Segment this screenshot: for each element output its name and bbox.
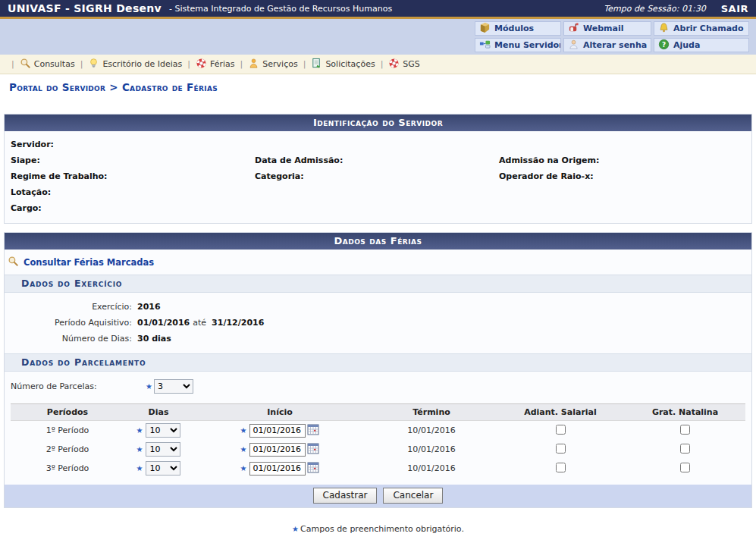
identification-section: Identificação do Servidor Servidor: Siap… bbox=[4, 114, 752, 224]
required-note: ★Campos de preenchimento obrigatório. bbox=[0, 524, 756, 534]
periodo-aquisitivo-end: 31/12/2016 bbox=[212, 318, 264, 328]
breadcrumb: Portal do Servidor > Cadastro de Férias bbox=[9, 81, 218, 93]
periodo-aquisitivo-label: Período Aquisitivo: bbox=[5, 318, 135, 328]
menu-servidor-icon bbox=[479, 39, 491, 52]
menu-item-sgs[interactable]: SGS bbox=[388, 58, 420, 71]
col-dias: Dias bbox=[124, 407, 193, 417]
menu-item-consultas[interactable]: Consultas bbox=[20, 58, 75, 71]
lightbulb-icon bbox=[88, 58, 99, 71]
periodo-aquisitivo-row: Período Aquisitivo: 01/01/2016 até 31/12… bbox=[5, 315, 751, 331]
session-timer: Tempo de Sessão: 01:30 bbox=[604, 4, 705, 14]
categoria-label: Categoria: bbox=[255, 171, 499, 181]
search-icon bbox=[8, 256, 19, 269]
inicio-input-1[interactable] bbox=[249, 424, 306, 438]
parcelamento-subheader: Dados do Parcelamento bbox=[5, 353, 751, 372]
identification-row: Regime de Trabalho: Categoria: Operador … bbox=[11, 168, 745, 184]
identification-row: Siape: Data de Admissão: Admissão na Ori… bbox=[11, 152, 745, 168]
required-star: ★ bbox=[240, 445, 247, 454]
grat-natalina-checkbox-1[interactable] bbox=[680, 425, 690, 435]
required-note-text: Campos de preenchimento obrigatório. bbox=[300, 524, 464, 534]
grat-natalina-checkbox-2[interactable] bbox=[680, 444, 690, 454]
dias-select-3[interactable]: 10 bbox=[146, 461, 180, 476]
identification-row: Cargo: bbox=[11, 200, 745, 216]
exercicio-subheader: Dados do Exercício bbox=[5, 275, 751, 293]
exercicio-fields: Exercício: 2016 Período Aquisitivo: 01/0… bbox=[5, 293, 751, 353]
lotacao-label: Lotação: bbox=[11, 187, 255, 197]
identification-row: Lotação: bbox=[11, 184, 745, 200]
identification-row: Servidor: bbox=[11, 137, 745, 152]
dias-select-2[interactable]: 10 bbox=[146, 442, 180, 457]
mailbox-icon bbox=[568, 22, 579, 36]
required-star: ★ bbox=[146, 382, 152, 391]
abrir-chamado-button[interactable]: Abrir Chamado bbox=[654, 21, 749, 36]
consult-ferias-link[interactable]: Consultar Férias Marcadas bbox=[24, 257, 154, 268]
webmail-button[interactable]: Webmail bbox=[563, 21, 651, 36]
cancelar-button[interactable]: Cancelar bbox=[383, 488, 443, 504]
abrir-chamado-label: Abrir Chamado bbox=[673, 24, 743, 33]
menu-escritorio-label: Escritório de Ideias bbox=[102, 59, 182, 69]
webmail-label: Webmail bbox=[583, 24, 624, 33]
menu-separator: | bbox=[240, 59, 243, 69]
actions-bar: Cadastrar Cancelar bbox=[5, 485, 751, 507]
table-row: 2º Período ★ 10 ★ 10/01/2016 bbox=[11, 440, 745, 459]
calendar-icon[interactable] bbox=[307, 424, 319, 438]
periods-table: Períodos Dias Início Término Adiant. Sal… bbox=[11, 403, 745, 478]
menu-item-servicos[interactable]: Serviços bbox=[248, 58, 297, 71]
calendar-icon[interactable] bbox=[307, 462, 319, 476]
modulos-button[interactable]: Módulos bbox=[475, 21, 561, 36]
menu-item-ferias[interactable]: Férias bbox=[196, 58, 235, 71]
col-inicio: Início bbox=[193, 407, 367, 417]
app-title: UNIVASF - SIGRH Desenv bbox=[8, 2, 162, 14]
adiant-salarial-checkbox-3[interactable] bbox=[556, 463, 566, 472]
numero-dias-label: Número de Dias: bbox=[5, 334, 135, 344]
cube-icon bbox=[479, 22, 491, 36]
menu-separator: | bbox=[80, 59, 83, 69]
top-bar: UNIVASF - SIGRH Desenv - Sistema Integra… bbox=[0, 0, 756, 17]
exercicio-value: 2016 bbox=[137, 302, 161, 312]
ajuda-button[interactable]: ? Ajuda bbox=[654, 38, 749, 52]
col-periodos: Períodos bbox=[11, 407, 124, 417]
svg-text:?: ? bbox=[662, 40, 666, 48]
calendar-icon[interactable] bbox=[307, 443, 319, 457]
inicio-input-3[interactable] bbox=[249, 462, 306, 476]
toolbar-button-grid: Módulos Webmail Abrir Chamado Menu Servi… bbox=[475, 21, 749, 52]
required-star: ★ bbox=[136, 426, 143, 435]
menu-item-solicitacoes[interactable]: Solicitações bbox=[311, 58, 375, 71]
required-star: ★ bbox=[136, 464, 143, 472]
adiant-salarial-checkbox-1[interactable] bbox=[556, 425, 566, 435]
termino-1-value: 10/01/2016 bbox=[367, 425, 496, 435]
cadastrar-button[interactable]: Cadastrar bbox=[313, 488, 378, 504]
required-star: ★ bbox=[240, 464, 247, 472]
menu-servidor-button[interactable]: Menu Servidor bbox=[475, 38, 561, 52]
termino-3-value: 10/01/2016 bbox=[367, 463, 496, 473]
periodo-3-label: 3º Período bbox=[11, 463, 124, 473]
inicio-input-2[interactable] bbox=[249, 443, 306, 457]
document-icon bbox=[311, 58, 322, 71]
menu-separator: | bbox=[187, 59, 190, 69]
periodo-1-label: 1º Período bbox=[11, 425, 124, 435]
required-star: ★ bbox=[292, 525, 299, 533]
exercicio-row: Exercício: 2016 bbox=[5, 299, 751, 315]
logout-link[interactable]: SAIR bbox=[721, 3, 748, 14]
numero-dias-row: Número de Dias: 30 dias bbox=[5, 331, 751, 347]
data-admissao-label: Data de Admissão: bbox=[255, 155, 499, 165]
menu-solicitacoes-label: Solicitações bbox=[325, 59, 375, 69]
table-row: 1º Período ★ 10 ★ 10/01/2016 bbox=[11, 421, 745, 440]
alterar-senha-button[interactable]: Alterar senha bbox=[563, 38, 651, 52]
menu-item-escritorio-de-ideias[interactable]: Escritório de Ideias bbox=[88, 58, 182, 71]
search-icon bbox=[20, 58, 31, 71]
toolbar-panel: Módulos Webmail Abrir Chamado Menu Servi… bbox=[0, 19, 756, 55]
menu-sgs-label: SGS bbox=[403, 59, 420, 69]
dias-select-1[interactable]: 10 bbox=[146, 423, 180, 438]
adiant-salarial-checkbox-2[interactable] bbox=[556, 444, 566, 454]
identification-body: Servidor: Siape: Data de Admissão: Admis… bbox=[5, 131, 751, 223]
col-grat-natalina: Grat. Natalina bbox=[625, 407, 745, 417]
grat-natalina-checkbox-3[interactable] bbox=[680, 463, 690, 472]
parcelas-select[interactable]: 3 bbox=[154, 379, 193, 394]
lifebuoy-icon bbox=[388, 58, 400, 71]
parcelas-label: Número de Parcelas: bbox=[11, 381, 146, 391]
menu-servicos-label: Serviços bbox=[262, 59, 297, 69]
menu-servidor-label: Menu Servidor bbox=[494, 40, 561, 50]
servidor-label: Servidor: bbox=[11, 140, 255, 149]
exercicio-label: Exercício: bbox=[5, 302, 135, 312]
